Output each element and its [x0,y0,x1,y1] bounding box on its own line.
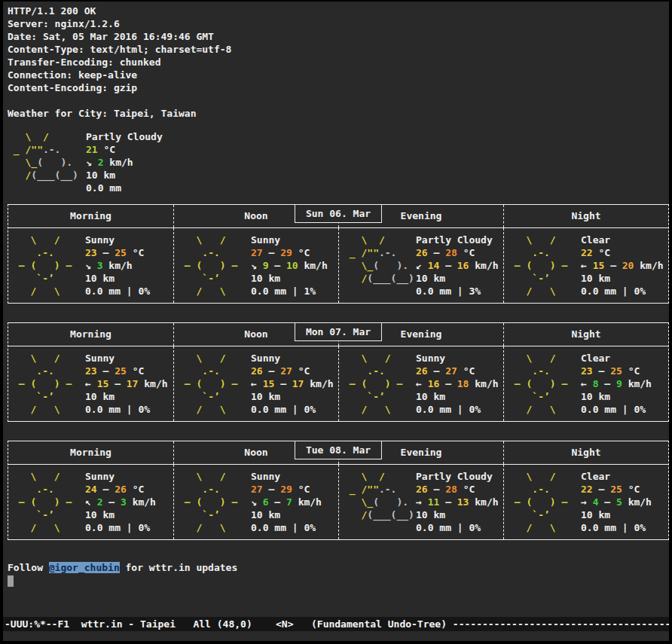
visibility: 10 km [85,390,168,403]
forecast-cell-noon: \ / .-. – ( ) – `-’ / \Sunny26 – 27 °C← … [173,346,338,421]
forecast-sections: Sun 06. MarMorningNoonEveningNight \ / .… [8,204,669,540]
wind-speed: → 11 – 13 km/h [416,496,499,508]
temperature-range: 23 – 25 °C [85,246,150,259]
partly-cloudy-icon: \ / _ /"".-. \_( ). /(___(__) [344,233,416,298]
column-header-night: Night [503,205,668,227]
wind-speed: ← 15 – 17 km/h [251,377,334,390]
precipitation: 0.0 mm | 1% [251,285,328,298]
temperature-range: 27 – 29 °C [251,483,322,496]
temperature-range: 26 – 27 °C [416,365,499,377]
visibility: 10 km [416,508,499,521]
date-box: Tue 08. Mar [295,441,382,459]
forecast-cell-night: \ / .-. – ( ) – `-’ / \Clear23 – 25 °C← … [503,346,668,421]
visibility: 10 km [85,272,150,285]
column-header-morning: Morning [8,205,173,227]
cell-details: Clear22 °C← 15 – 20 km/h10 km0.0 mm | 0% [581,233,664,298]
wind-speed: ↘ 3 km/h [85,259,150,272]
condition-text: Sunny [416,352,499,365]
column-header-morning: Morning [8,323,173,346]
date-box: Mon 07. Mar [295,322,382,341]
footer-text-before: Follow [8,562,49,573]
footer-text-after: for wttr.in updates [120,562,238,573]
cell-details: Sunny23 – 25 °C← 15 – 17 km/h10 km0.0 mm… [85,352,168,416]
text-cursor [8,575,14,587]
condition-text: Partly Cloudy [416,470,499,483]
precipitation: 0.0 mm [86,182,163,194]
cell-details: Partly Cloudy26 – 28 °C→ 11 – 13 km/h10 … [416,470,499,534]
city-line: Weather for City: Taipei, Taiwan [8,107,669,120]
emacs-modeline[interactable]: -UUU:%*--F1 wttr.in - Taipei All (48,0) … [3,617,669,631]
temperature-range: 23 – 25 °C [581,365,652,377]
wind-speed: → 4 – 5 km/h [581,496,652,508]
sunny-icon: \ / .-. – ( ) – `-’ / \ [13,470,85,534]
cell-details: Partly Cloudy26 – 28 °C↙ 14 – 16 km/h10 … [416,233,499,298]
visibility: 10 km [581,272,664,285]
forecast-cell-noon: \ / .-. – ( ) – `-’ / \Sunny27 – 29 °C↘ … [173,465,338,539]
precipitation: 0.0 mm | 3% [416,285,499,298]
cell-details: Clear23 – 25 °C← 8 – 9 km/h10 km0.0 mm |… [581,352,652,416]
partly-cloudy-icon: \ / _ /"".-. \_( ). /(___(__) [8,130,86,194]
condition-text: Clear [581,470,652,483]
temperature-range: 23 – 25 °C [85,365,168,377]
temperature-range: 22 °C [581,246,664,259]
condition-text: Sunny [85,233,150,246]
sunny-icon: \ / .-. – ( ) – `-’ / \ [179,352,251,416]
condition-text: Sunny [85,352,168,365]
forecast-row: \ / .-. – ( ) – `-’ / \Sunny24 – 26 °C↖ … [8,465,668,539]
condition-text: Sunny [251,470,322,483]
sunny-icon: \ / .-. – ( ) – `-’ / \ [509,352,581,416]
wind-speed: ← 15 – 20 km/h [581,259,664,272]
condition-text: Partly Cloudy [416,233,499,246]
precipitation: 0.0 mm | 0% [416,521,499,534]
cell-details: Sunny24 – 26 °C↖ 2 – 3 km/h10 km0.0 mm |… [85,470,156,534]
precipitation: 0.0 mm | 0% [85,521,156,534]
precipitation: 0.0 mm | 0% [251,403,334,416]
forecast-cell-night: \ / .-. – ( ) – `-’ / \Clear22 – 25 °C→ … [503,465,668,539]
forecast-section: Tue 08. MarMorningNoonEveningNight \ / .… [8,441,669,540]
precipitation: 0.0 mm | 0% [581,403,652,416]
wind-speed: ↘ 2 km/h [86,156,163,169]
cell-details: Sunny26 – 27 °C← 15 – 17 km/h10 km0.0 mm… [251,352,334,416]
sunny-icon: \ / .-. – ( ) – `-’ / \ [179,233,251,298]
visibility: 10 km [581,390,652,403]
visibility: 10 km [85,508,156,521]
sunny-icon: \ / .-. – ( ) – `-’ / \ [509,233,581,298]
column-header-night: Night [503,441,668,464]
temperature-range: 26 – 27 °C [251,365,334,377]
twitter-handle-link[interactable]: @igor_chubin [49,562,120,573]
temperature-range: 21 °C [86,143,163,156]
temperature-range: 26 – 28 °C [416,246,499,259]
column-header-morning: Morning [8,441,173,464]
forecast-cell-evening: \ / .-. – ( ) – `-’ / \Sunny26 – 27 °C← … [338,346,503,421]
cell-details: Sunny26 – 27 °C← 16 – 18 km/h10 km0.0 mm… [416,352,499,416]
wind-speed: ↙ 14 – 16 km/h [416,259,499,272]
forecast-row: \ / .-. – ( ) – `-’ / \Sunny23 – 25 °C↘ … [8,228,668,303]
forecast-cell-evening: \ / _ /"".-. \_( ). /(___(__)Partly Clou… [338,465,503,539]
cell-details: Sunny27 – 29 °C↘ 9 – 10 km/h10 km0.0 mm … [251,233,328,298]
sunny-icon: \ / .-. – ( ) – `-’ / \ [344,352,416,416]
terminal-window[interactable]: HTTP/1.1 200 OK Server: nginx/1.2.6 Date… [3,2,669,641]
condition-text: Sunny [251,233,328,246]
partly-cloudy-icon: \ / _ /"".-. \_( ). /(___(__) [344,470,416,534]
condition-text: Sunny [251,352,334,365]
temperature-range: 26 – 28 °C [416,483,499,496]
cell-details: Sunny23 – 25 °C↘ 3 km/h10 km0.0 mm | 0% [85,233,150,298]
forecast-cell-morning: \ / .-. – ( ) – `-’ / \Sunny24 – 26 °C↖ … [8,465,173,539]
cell-details: Sunny27 – 29 °C↘ 6 – 7 km/h10 km0.0 mm |… [251,470,322,534]
temperature-range: 24 – 26 °C [85,483,156,496]
precipitation: 0.0 mm | 0% [251,521,322,534]
condition-text: Sunny [85,470,156,483]
sunny-icon: \ / .-. – ( ) – `-’ / \ [13,233,85,298]
forecast-section: Sun 06. MarMorningNoonEveningNight \ / .… [8,204,669,304]
visibility: 10 km [251,508,322,521]
temperature-range: 22 – 25 °C [581,483,652,496]
condition-text: Clear [581,233,664,246]
cell-details: Clear22 – 25 °C→ 4 – 5 km/h10 km0.0 mm |… [581,470,652,534]
visibility: 10 km [581,508,652,521]
http-headers: HTTP/1.1 200 OK Server: nginx/1.2.6 Date… [8,5,669,94]
precipitation: 0.0 mm | 0% [85,403,168,416]
current-conditions: \ / _ /"".-. \_( ). /(___(__) Partly Clo… [8,130,669,194]
wind-speed: ↘ 6 – 7 km/h [251,496,322,508]
forecast-cell-morning: \ / .-. – ( ) – `-’ / \Sunny23 – 25 °C↘ … [8,228,173,303]
visibility: 10 km [251,390,334,403]
